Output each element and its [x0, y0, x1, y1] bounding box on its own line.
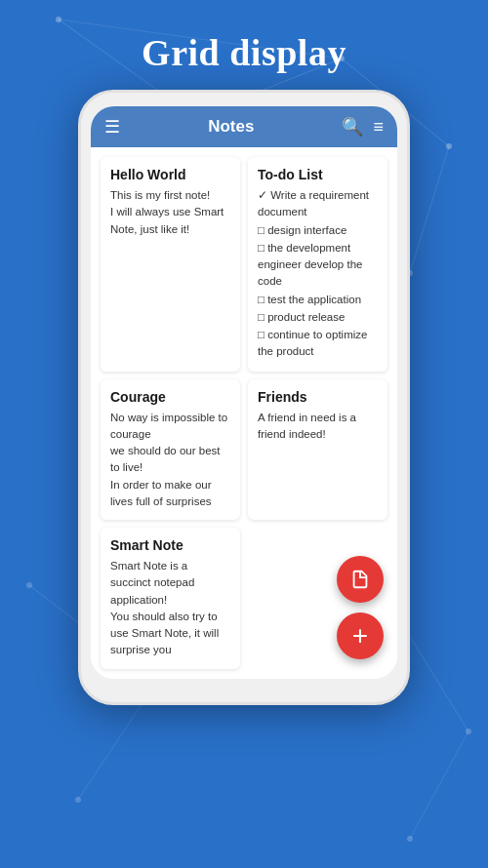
note-body: This is my first note!I will always use … [110, 187, 230, 238]
todo-item: □ test the application [258, 292, 378, 308]
todo-item: □ product release [258, 309, 378, 326]
filter-icon[interactable]: ≡ [373, 117, 384, 138]
svg-line-10 [410, 731, 468, 839]
note-body: No way is impossible to couragewe should… [110, 410, 230, 511]
add-fab[interactable]: + [337, 612, 384, 659]
note-body: ✓ Write a requirement document □ design … [258, 187, 378, 361]
search-icon[interactable]: 🔍 [342, 116, 363, 138]
note-body: A friend in need is a friend indeed! [258, 410, 378, 444]
svg-point-15 [446, 143, 452, 149]
note-body: Smart Note is a succinct notepad applica… [110, 558, 230, 659]
note-card-friends[interactable]: Friends A friend in need is a friend ind… [248, 379, 387, 521]
todo-item: □ design interface [258, 222, 378, 239]
menu-icon[interactable]: ☰ [104, 116, 120, 138]
phone-mockup: ☰ Notes 🔍 ≡ Hello World This is my first… [78, 90, 410, 705]
top-bar: ☰ Notes 🔍 ≡ [91, 106, 397, 147]
note-title: To-do List [258, 167, 378, 182]
svg-point-20 [75, 797, 81, 803]
note-card-todo[interactable]: To-do List ✓ Write a requirement documen… [248, 157, 387, 372]
app-title: Notes [130, 117, 332, 137]
new-note-fab[interactable] [337, 556, 384, 603]
svg-line-5 [410, 146, 449, 273]
note-card-hello-world[interactable]: Hello World This is my first note!I will… [101, 157, 240, 372]
page-title: Grid display [0, 0, 488, 90]
note-card-smart-note[interactable]: Smart Note Smart Note is a succinct note… [101, 528, 240, 669]
svg-point-18 [26, 582, 32, 588]
note-card-courage[interactable]: Courage No way is impossible to couragew… [101, 379, 240, 521]
todo-item: □ the development engineer develop the c… [258, 240, 378, 291]
fab-area: + [337, 556, 384, 659]
todo-item: ✓ Write a requirement document [258, 187, 378, 221]
note-title: Hello World [110, 167, 230, 182]
note-title: Courage [110, 389, 230, 405]
svg-point-22 [466, 729, 471, 734]
note-title: Friends [258, 389, 378, 405]
todo-item: □ continue to optimize the product [258, 327, 378, 361]
svg-point-23 [407, 836, 413, 842]
note-title: Smart Note [110, 537, 230, 553]
